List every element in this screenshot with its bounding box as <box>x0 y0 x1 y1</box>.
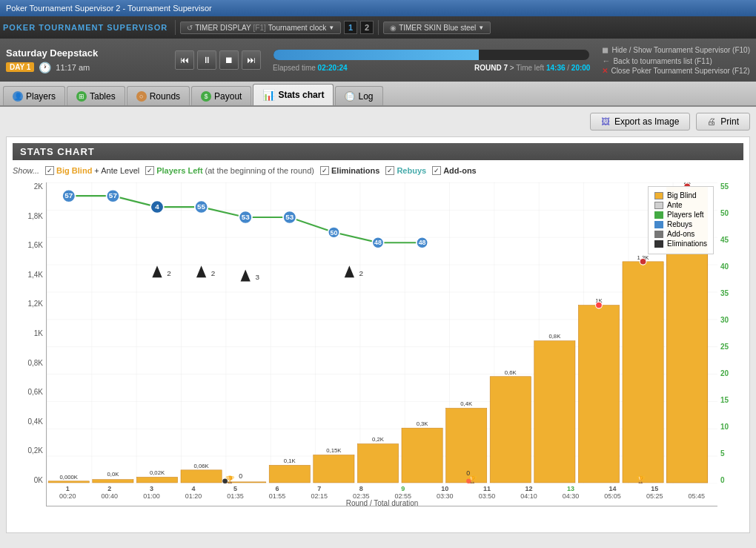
svg-rect-12 <box>534 341 575 483</box>
svg-text:53: 53 <box>242 213 251 221</box>
skip-back-btn[interactable]: ⏮ <box>175 50 194 70</box>
svg-rect-9 <box>402 428 442 483</box>
progress-info: Elapsed time 02:20:24 ROUND 7 > Time lef… <box>273 64 590 72</box>
chart-inner: Big Blind Ante Players left Rebuys <box>46 182 717 506</box>
svg-text:0,2K: 0,2K <box>372 436 384 443</box>
legend-addons: Add-ons <box>654 230 707 238</box>
num-box-1[interactable]: 1 <box>344 21 357 34</box>
chart-svg: 57 57 4 55 53 53 50 48 48 <box>47 182 717 483</box>
brand: POKER TOURNAMENT SUPERVISOR <box>3 23 168 32</box>
legend-playersleft: Players left <box>654 211 707 219</box>
svg-text:2: 2 <box>211 269 216 277</box>
content-area: 🖼 Export as Image 🖨 Print STATS CHART Sh… <box>0 107 756 548</box>
tournament-name: Saturday Deepstack <box>6 47 169 59</box>
svg-rect-2 <box>93 480 133 483</box>
svg-text:0,0K: 0,0K <box>107 471 119 478</box>
svg-rect-14 <box>623 262 663 483</box>
stop-btn[interactable]: ⏹ <box>219 50 239 70</box>
right-toolbar: ◼ Hide / Show Tournament Supervisor (F10… <box>602 45 750 75</box>
legend: Big Blind Ante Players left Rebuys <box>648 186 714 254</box>
svg-text:53: 53 <box>285 213 294 221</box>
option-addons[interactable]: Add-ons <box>432 166 477 175</box>
num-box-2[interactable]: 2 <box>360 21 374 34</box>
export-icon: 🖼 <box>601 116 610 127</box>
svg-text:2: 2 <box>167 269 171 277</box>
svg-text:🏆: 🏆 <box>636 475 646 483</box>
time-display: 11:17 am <box>56 63 90 72</box>
svg-text:🏆: 🏆 <box>225 475 235 483</box>
tab-log[interactable]: 📄 Log <box>335 86 382 105</box>
stats-title: STATS CHART <box>13 143 743 160</box>
x-axis-title: Round / Total duration <box>47 499 717 507</box>
svg-rect-3 <box>136 477 177 482</box>
legend-rebuys: Rebuys <box>654 220 707 228</box>
svg-point-62 <box>596 302 603 308</box>
y-axis-right: 55 50 45 40 35 30 25 20 15 10 5 0 <box>717 182 743 506</box>
svg-text:2: 2 <box>359 269 364 277</box>
legend-bigblind: Big Blind <box>654 191 707 199</box>
svg-text:0,06K: 0,06K <box>194 463 209 469</box>
svg-text:0: 0 <box>239 472 242 480</box>
check-addons[interactable] <box>432 166 441 175</box>
close-item[interactable]: ✕ Close Poker Tournament Supervisor (F12… <box>602 67 750 75</box>
title-bar: Poker Tournament Supervisor 2 - Tourname… <box>0 0 756 16</box>
svg-text:🏆: 🏆 <box>468 475 477 483</box>
svg-text:0,3K: 0,3K <box>417 420 428 427</box>
svg-text:48: 48 <box>374 240 382 247</box>
option-playersleft[interactable]: Players Left (at the beginning of the ro… <box>145 166 314 175</box>
svg-text:3: 3 <box>255 274 259 282</box>
legend-eliminations: Eliminations <box>654 240 707 248</box>
tab-tables[interactable]: ⊞ Tables <box>67 86 125 105</box>
tab-stats[interactable]: 📊 Stats chart <box>253 84 334 105</box>
tournament-badges: DAY 1 🕐 11:17 am <box>6 62 169 73</box>
tab-rounds[interactable]: ○ Rounds <box>127 86 190 105</box>
option-rebuys[interactable]: Rebuys <box>385 166 426 175</box>
option-bigblind[interactable]: Big Blind + Ante Level <box>45 166 139 175</box>
svg-rect-11 <box>490 377 531 483</box>
top-toolbar: POKER TOURNAMENT SUPERVISOR ↺ TIMER DISP… <box>0 16 756 39</box>
svg-rect-13 <box>578 306 619 483</box>
svg-text:50: 50 <box>330 229 337 237</box>
timer-skin-btn[interactable]: ◉ TIMER SKIN Blue steel ▼ <box>383 22 491 34</box>
skip-forward-btn[interactable]: ⏭ <box>242 50 261 70</box>
progress-bar <box>273 49 590 61</box>
svg-text:57: 57 <box>64 192 73 200</box>
hide-show-item[interactable]: ◼ Hide / Show Tournament Supervisor (F10… <box>602 45 750 55</box>
timer-display-btn[interactable]: ↺ TIMER DISPLAY [F1] Tournament clock ▼ <box>180 22 341 34</box>
check-rebuys[interactable] <box>385 166 394 175</box>
tab-bar: 👤 Players ⊞ Tables ○ Rounds $ Payout 📊 S… <box>0 82 756 107</box>
back-item[interactable]: ← Back to tournaments list (F11) <box>602 56 750 65</box>
export-button[interactable]: 🖼 Export as Image <box>590 113 690 131</box>
show-options: Show... Big Blind + Ante Level Players L… <box>13 166 743 175</box>
svg-text:0,8K: 0,8K <box>548 334 560 340</box>
tab-payout[interactable]: $ Payout <box>191 86 251 105</box>
svg-text:0,000K: 0,000K <box>60 474 78 481</box>
check-bigblind[interactable] <box>45 166 54 175</box>
print-icon: 🖨 <box>707 116 716 127</box>
y-axis-left: 2K 1,8K 1,6K 1,4K 1,2K 1K 0,8K 0,6K 0,4K… <box>13 182 46 506</box>
check-eliminations[interactable] <box>320 166 329 175</box>
svg-rect-4 <box>181 470 222 483</box>
round-info: ROUND 7 > Time left 14:36 / 20:00 <box>474 64 590 72</box>
show-label: Show... <box>13 166 39 175</box>
svg-text:0,4K: 0,4K <box>460 400 472 407</box>
day-badge: DAY 1 <box>6 62 34 72</box>
info-bar: Saturday Deepstack DAY 1 🕐 11:17 am ⏮ ⏸ … <box>0 39 756 82</box>
check-playersleft[interactable] <box>145 166 154 175</box>
stats-container: STATS CHART Show... Big Blind + Ante Lev… <box>6 136 750 533</box>
svg-text:57: 57 <box>109 192 117 200</box>
timer-key: [F1] <box>253 24 266 32</box>
svg-rect-6 <box>269 465 310 483</box>
svg-text:4: 4 <box>155 202 159 211</box>
progress-area: Elapsed time 02:20:24 ROUND 7 > Time lef… <box>267 47 596 73</box>
svg-rect-8 <box>357 444 398 483</box>
timer-display-label: TIMER DISPLAY <box>195 24 251 32</box>
svg-rect-7 <box>314 455 354 483</box>
option-eliminations[interactable]: Eliminations <box>320 166 379 175</box>
pause-btn[interactable]: ⏸ <box>197 50 216 70</box>
tab-players[interactable]: 👤 Players <box>3 86 65 105</box>
timer-skin-value: Blue steel <box>443 24 476 32</box>
print-button[interactable]: 🖨 Print <box>696 113 750 131</box>
progress-fill <box>273 50 479 60</box>
chart-area: 2K 1,8K 1,6K 1,4K 1,2K 1K 0,8K 0,6K 0,4K… <box>13 182 743 506</box>
